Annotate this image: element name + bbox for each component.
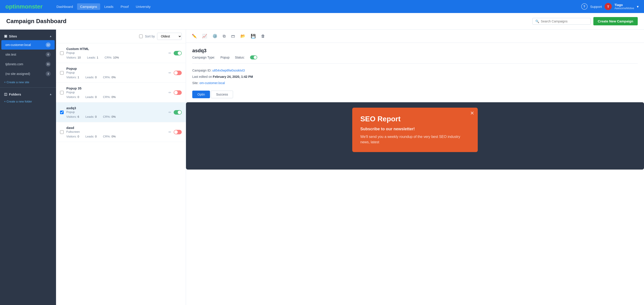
campaign-edit-icon[interactable]: ✏	[168, 91, 172, 95]
campaign-checkbox[interactable]	[60, 51, 64, 55]
campaign-checkbox[interactable]	[60, 91, 64, 94]
leads-label: Leads:	[85, 135, 94, 138]
create-site-link[interactable]: + Create a new site	[0, 79, 56, 86]
toggle-knob	[174, 91, 178, 94]
cr-label: CR%:	[103, 95, 111, 99]
campaign-toggle[interactable]	[174, 110, 182, 115]
campaign-checkbox[interactable]	[60, 71, 64, 75]
logo: optinmonster	[6, 3, 42, 10]
campaign-stats: Visitors: 0 Leads: 0 CR%: 0%	[66, 135, 166, 138]
sidebar-site-item[interactable]: (no site assigned)3	[1, 69, 55, 79]
sidebar-site-item[interactable]: om-customer.local12	[1, 40, 55, 50]
sidebar-site-badge: 12	[46, 42, 51, 47]
move-icon[interactable]: 📂	[240, 33, 246, 40]
nav-link-university[interactable]: University	[133, 3, 154, 10]
campaign-row[interactable]: Popup Popup Visitors: 1 Leads: 0 CR%: 0%…	[56, 63, 186, 83]
campaign-id-value[interactable]: u854v0wp6fw0sosktvt3	[212, 69, 245, 72]
detail-toolbar: ✏️ 📈 ⚙️ ⧉ 🗃 📂 💾 🗑	[186, 30, 644, 43]
user-name: Tiago	[614, 3, 634, 7]
page-header: Campaign Dashboard 🔍 Create New Campaign	[0, 13, 644, 30]
campaign-type: Popup	[66, 110, 166, 114]
folders-section-header[interactable]: ◫ Folders ▲	[0, 90, 56, 98]
help-button[interactable]: ?	[581, 3, 588, 10]
campaign-actions: ✏	[168, 51, 182, 55]
cr-stat: CR%: 0%	[103, 115, 116, 118]
create-campaign-button[interactable]: Create New Campaign	[593, 17, 638, 25]
support-link[interactable]: Support	[590, 5, 602, 9]
preview-title: SEO Report	[360, 115, 470, 123]
nav-link-dashboard[interactable]: Dashboard	[53, 3, 76, 10]
detail-info: Campaign ID: u854v0wp6fw0sosktvt3 Last e…	[192, 67, 638, 86]
nav-link-proof[interactable]: Proof	[118, 3, 132, 10]
campaign-row[interactable]: dasd Fullscreen Visitors: 0 Leads: 0 CR%…	[56, 122, 186, 142]
campaign-checkbox[interactable]	[60, 130, 64, 134]
campaign-edit-icon[interactable]: ✏	[168, 130, 172, 134]
leads-value: 0	[95, 135, 96, 138]
detail-tab-success[interactable]: Success	[211, 91, 233, 98]
leads-label: Leads:	[85, 76, 94, 79]
campaign-toggle[interactable]	[174, 130, 182, 134]
campaign-type: Popup	[66, 51, 166, 55]
filter-icon[interactable]: ⚙️	[212, 33, 218, 40]
leads-label: Leads:	[87, 56, 96, 59]
sidebar-site-name: site.test	[6, 53, 46, 56]
sort-select[interactable]: OldestNewestName A-ZName Z-A	[157, 33, 182, 40]
folders-chevron-icon: ▲	[49, 93, 52, 96]
select-all-checkbox[interactable]	[139, 35, 143, 38]
campaign-row[interactable]: Popup 35 Popup Visitors: 0 Leads: 0 CR%:…	[56, 83, 186, 103]
preview-close-icon[interactable]: ✕	[470, 110, 474, 116]
page-title: Campaign Dashboard	[6, 18, 66, 25]
site-value[interactable]: om-customer.local	[200, 81, 225, 85]
archive-icon[interactable]: 🗃	[230, 33, 236, 40]
campaign-toggle[interactable]	[174, 90, 182, 95]
leads-stat: Leads: 0	[85, 115, 96, 118]
campaign-edit-icon[interactable]: ✏	[168, 71, 172, 75]
status-toggle[interactable]	[250, 55, 257, 60]
create-folder-link[interactable]: + Create a new folder	[0, 98, 56, 105]
campaign-actions: ✏	[168, 90, 182, 95]
campaign-name: dasd	[66, 126, 166, 130]
duplicate-icon[interactable]: ⧉	[222, 33, 226, 40]
user-dropdown-icon[interactable]: ▾	[637, 5, 638, 9]
leads-stat: Leads: 0	[85, 95, 96, 99]
preview-popup: ✕ SEO Report Subscribe to our newsletter…	[352, 108, 478, 152]
visitors-stat: Visitors: 10	[66, 56, 81, 59]
campaign-stats: Visitors: 1 Leads: 0 CR%: 0%	[66, 76, 166, 79]
campaign-actions: ✏	[168, 110, 182, 115]
leads-stat: Leads: 1	[87, 56, 98, 59]
edit-icon[interactable]: ✏️	[191, 33, 198, 40]
delete-icon[interactable]: 🗑	[260, 33, 266, 40]
visitors-value: 0	[78, 95, 79, 99]
campaign-row[interactable]: Custom HTML Popup Visitors: 10 Leads: 1 …	[56, 43, 186, 63]
folders-icon: ◫	[4, 92, 7, 96]
campaign-type: Fullscreen	[66, 130, 166, 133]
campaign-checkbox[interactable]	[60, 111, 64, 114]
campaign-row-content: Popup 35 Popup Visitors: 0 Leads: 0 CR%:…	[66, 86, 166, 99]
sites-section-header[interactable]: ▣ Sites ▲	[0, 31, 56, 40]
campaign-row[interactable]: asdq3 Popup Visitors: 6 Leads: 0 CR%: 0%…	[56, 103, 186, 122]
campaign-toggle[interactable]	[174, 71, 182, 75]
visitors-stat: Visitors: 1	[66, 76, 79, 79]
folders-section-title: ◫ Folders	[4, 92, 21, 96]
export-icon[interactable]: 💾	[250, 33, 256, 40]
nav-link-campaigns[interactable]: Campaigns	[77, 3, 100, 10]
nav-link-leads[interactable]: Leads	[101, 3, 116, 10]
sidebar-site-item[interactable]: site.test0	[1, 50, 55, 59]
campaign-row-content: asdq3 Popup Visitors: 6 Leads: 0 CR%: 0%	[66, 106, 166, 118]
detail-tab-optin[interactable]: Optin	[192, 91, 210, 98]
sidebar-sites-list: om-customer.local12site.test0tjdsneto.co…	[0, 40, 56, 79]
campaign-actions: ✏	[168, 130, 182, 134]
visitors-label: Visitors:	[66, 135, 77, 138]
campaign-edit-icon[interactable]: ✏	[168, 110, 172, 114]
search-input[interactable]	[541, 20, 588, 23]
site-label: Site:	[192, 81, 198, 85]
sort-bar: Sort by OldestNewestName A-ZName Z-A	[56, 30, 186, 43]
campaign-edit-icon[interactable]: ✏	[168, 51, 172, 55]
toggle-knob	[178, 111, 181, 114]
cr-label: CR%:	[103, 115, 111, 118]
nav-right: ? Support T Tiago AwesomeMotive ▾	[581, 3, 638, 10]
campaign-name: asdq3	[66, 106, 166, 110]
campaign-toggle[interactable]	[174, 51, 182, 55]
analytics-icon[interactable]: 📈	[201, 33, 208, 40]
sidebar-site-item[interactable]: tjdsneto.com11	[1, 60, 55, 69]
